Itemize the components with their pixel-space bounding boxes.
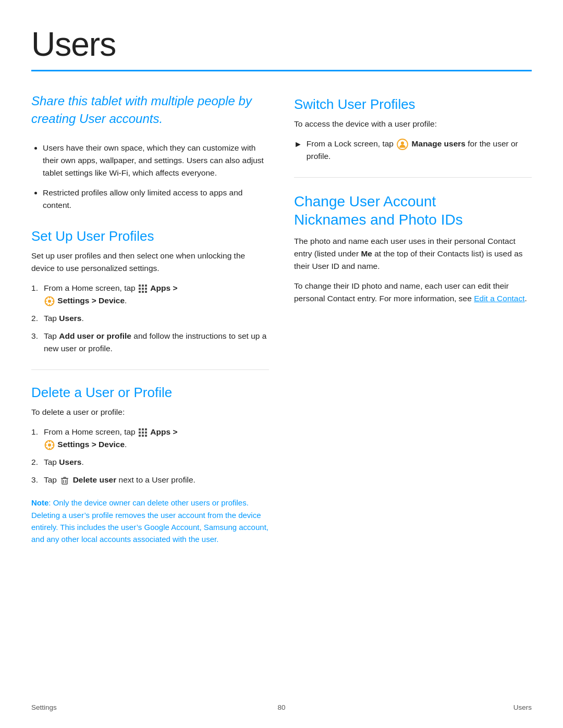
svg-rect-24 — [145, 431, 147, 434]
svg-rect-22 — [139, 431, 141, 434]
svg-rect-6 — [139, 291, 141, 293]
svg-point-29 — [48, 443, 51, 447]
svg-rect-8 — [145, 291, 147, 293]
svg-rect-25 — [139, 435, 141, 437]
left-column: Share this tablet with multiple people b… — [31, 92, 269, 545]
settings-icon — [44, 296, 55, 306]
svg-line-37 — [46, 448, 47, 449]
list-item: Users have their own space, which they c… — [43, 142, 269, 179]
svg-rect-21 — [145, 428, 147, 430]
svg-rect-27 — [145, 435, 147, 437]
set-up-steps: From a Home screen, tap Apps > — [31, 282, 269, 355]
svg-rect-4 — [142, 288, 144, 290]
switch-text: From a Lock screen, tap Manage users for… — [307, 138, 532, 163]
svg-line-34 — [46, 442, 47, 443]
svg-point-46 — [401, 141, 404, 144]
svg-rect-19 — [139, 428, 141, 430]
footer-right: Users — [513, 704, 532, 711]
step-2: Tap Users. — [31, 312, 269, 325]
edit-contact-link[interactable]: Edit a Contact — [474, 294, 524, 303]
svg-line-18 — [46, 303, 47, 304]
delete-steps: From a Home screen, tap Apps > — [31, 426, 269, 486]
delete-step-2: Tap Users. — [31, 456, 269, 468]
delete-step-1: From a Home screen, tap Apps > — [31, 426, 269, 451]
svg-line-36 — [52, 442, 53, 443]
bullet-list: Users have their own space, which they c… — [31, 142, 269, 212]
arrow-icon: ► — [294, 138, 302, 151]
step-1: From a Home screen, tap Apps > — [31, 282, 269, 307]
apps-bold: Apps > — [150, 283, 177, 292]
svg-line-17 — [52, 298, 53, 299]
page-title: Users — [31, 25, 532, 64]
switch-instruction: ► From a Lock screen, tap Manage users f… — [294, 138, 532, 163]
section-divider-2 — [294, 177, 532, 178]
svg-rect-2 — [145, 285, 147, 287]
delete-step-3: Tap Delete user next to a User profile. — [31, 474, 269, 486]
svg-rect-1 — [142, 285, 144, 287]
change-heading: Change User Account Nicknames and Photo … — [294, 192, 532, 229]
delete-heading: Delete a User or Profile — [31, 385, 269, 401]
svg-line-35 — [52, 448, 53, 449]
trash-icon — [60, 476, 69, 485]
svg-point-10 — [48, 300, 51, 303]
set-up-body: Set up user profiles and then select one… — [31, 250, 269, 275]
switch-body: To access the device with a user profile… — [294, 118, 532, 130]
svg-rect-7 — [142, 291, 144, 293]
set-up-heading: Set Up User Profiles — [31, 228, 269, 244]
svg-line-16 — [52, 303, 53, 304]
change-para1: The photo and name each user uses in the… — [294, 235, 532, 273]
svg-rect-20 — [142, 428, 144, 430]
svg-rect-5 — [145, 288, 147, 290]
title-divider — [31, 70, 532, 71]
right-column: Switch User Profiles To access the devic… — [294, 92, 532, 545]
settings-bold: Settings > Device — [57, 296, 125, 305]
svg-rect-38 — [62, 478, 67, 484]
note-text: Note: Only the device owner can delete o… — [31, 497, 269, 545]
section-divider — [31, 369, 269, 370]
settings-icon-2 — [44, 440, 55, 450]
svg-rect-0 — [139, 285, 141, 287]
apps-icon-2 — [138, 428, 148, 437]
intro-text: Share this tablet with multiple people b… — [31, 92, 269, 127]
change-para2: To change their ID photo and name, each … — [294, 280, 532, 305]
svg-rect-23 — [142, 431, 144, 434]
delete-body: To delete a user or profile: — [31, 406, 269, 418]
step-3: Tap Add user or profile and follow the i… — [31, 330, 269, 355]
svg-line-15 — [46, 298, 47, 299]
switch-heading: Switch User Profiles — [294, 96, 532, 113]
manage-users-icon — [397, 139, 408, 150]
svg-rect-26 — [142, 435, 144, 437]
list-item: Restricted profiles allow only limited a… — [43, 187, 269, 212]
page-number: 80 — [277, 704, 285, 711]
svg-rect-3 — [139, 288, 141, 290]
footer-left: Settings — [31, 704, 57, 711]
apps-icon — [138, 284, 148, 293]
